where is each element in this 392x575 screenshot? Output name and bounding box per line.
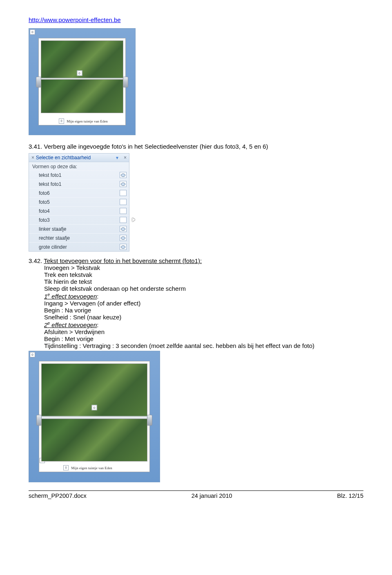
footer-center: 24 januari 2010 bbox=[192, 493, 232, 499]
illustration-frame-2: 0 0 0 0 Mijn eigen tuintje van Eden bbox=[29, 351, 160, 482]
pane-subtitle: Vormen op deze dia: bbox=[29, 162, 129, 170]
illustration-frame-1: 0 0 0 Mijn eigen tuintje van Eden bbox=[29, 28, 136, 135]
selection-item[interactable]: foto6 bbox=[29, 188, 129, 197]
selection-item[interactable]: foto3 bbox=[29, 215, 129, 224]
selection-item[interactable]: tekst foto1 bbox=[29, 170, 129, 179]
footer-right: Blz. 12/15 bbox=[337, 493, 364, 499]
slide-caption: 0 Mijn eigen tuintje van Eden bbox=[59, 118, 108, 124]
pane-title-text: Selectie en zichtbaarheid bbox=[36, 155, 91, 160]
visibility-toggle[interactable] bbox=[120, 226, 127, 232]
visibility-toggle[interactable] bbox=[120, 190, 127, 196]
footer-left: scherm_PP2007.docx bbox=[29, 493, 87, 499]
slide-photo-bottom bbox=[41, 419, 147, 461]
visibility-toggle[interactable] bbox=[120, 244, 127, 250]
slide-canvas: 0 0 0 Mijn eigen tuintje van Eden bbox=[39, 361, 150, 472]
slide-caption: 0 Mijn eigen tuintje van Eden bbox=[63, 465, 112, 470]
handle-zero: 0 bbox=[77, 70, 82, 76]
instruction-line: Begin : Met vorige bbox=[44, 335, 363, 342]
instruction-line: Invoegen > Tekstvak bbox=[44, 264, 363, 271]
pane-close-outer[interactable]: × bbox=[31, 155, 34, 160]
header-url[interactable]: http://www.powerpoint-effecten.be bbox=[29, 16, 121, 23]
selection-item[interactable]: foto5 bbox=[29, 197, 129, 206]
slide-canvas: 0 0 Mijn eigen tuintje van Eden bbox=[38, 38, 126, 125]
handle-zero: 0 bbox=[59, 118, 64, 124]
pane-options-dropdown[interactable]: ▼ bbox=[115, 156, 120, 160]
selection-item-label: rechter staafje bbox=[39, 235, 70, 241]
instruction-line: Begin : Na vorige bbox=[44, 307, 363, 314]
handle-zero: 0 bbox=[92, 405, 97, 410]
para-3-41: 3.41. Verberg alle ingevoegde foto's in … bbox=[29, 143, 363, 151]
selection-item-label: grote cilinder bbox=[39, 244, 67, 250]
instruction-line: Snelheid : Snel (naar keuze) bbox=[44, 314, 363, 321]
para-3-42-title: 3.42. Tekst toevoegen voor foto in het b… bbox=[29, 257, 363, 264]
selection-item[interactable]: grote cilinder bbox=[29, 242, 129, 251]
handle-zero: 0 bbox=[30, 29, 35, 35]
selection-item-label: linker staafje bbox=[39, 226, 66, 232]
visibility-toggle[interactable] bbox=[120, 172, 127, 178]
visibility-toggle[interactable] bbox=[120, 235, 127, 241]
effect1-label: 1e effect toevoegen: bbox=[44, 292, 363, 300]
instruction-line: Tijdinstelling : Vertraging : 3 seconden… bbox=[44, 342, 363, 349]
effect2-label: 2e effect toevoegen: bbox=[44, 321, 363, 328]
selection-item-label: foto5 bbox=[39, 199, 50, 205]
selection-item-label: tekst foto1 bbox=[39, 181, 61, 187]
selection-item[interactable]: linker staafje bbox=[29, 224, 129, 233]
instruction-line: Ingang > Vervagen (of ander effect) bbox=[44, 300, 363, 307]
visibility-toggle[interactable] bbox=[120, 208, 127, 214]
selection-item-label: foto6 bbox=[39, 190, 50, 196]
handle-zero: 0 bbox=[30, 352, 35, 357]
selection-item-label: foto3 bbox=[39, 217, 50, 223]
instruction-line: Afsluiten > Verdwijnen bbox=[44, 328, 363, 335]
selection-item-label: foto4 bbox=[39, 208, 50, 214]
page-footer: scherm_PP2007.docx 24 januari 2010 Blz. … bbox=[29, 490, 363, 499]
visibility-toggle[interactable] bbox=[120, 181, 127, 187]
selection-pane-title: × Selectie en zichtbaarheid ▼ × bbox=[29, 154, 129, 162]
visibility-toggle[interactable] bbox=[120, 217, 127, 223]
instruction-line: Tik hierin de tekst bbox=[44, 278, 363, 285]
instruction-line: Trek een tekstvak bbox=[44, 271, 363, 278]
selection-item[interactable]: rechter staafje bbox=[29, 233, 129, 242]
selection-pane: × Selectie en zichtbaarheid ▼ × Vormen o… bbox=[29, 153, 129, 252]
selection-item[interactable]: foto4 bbox=[29, 206, 129, 215]
handle-zero: 0 bbox=[63, 465, 69, 470]
selection-item-label: tekst foto1 bbox=[39, 172, 61, 178]
instruction-line: Sleep dit tekstvak onderaan op het onder… bbox=[44, 285, 363, 292]
selection-item[interactable]: tekst foto1 bbox=[29, 179, 129, 188]
visibility-toggle[interactable] bbox=[120, 199, 127, 205]
pane-close-inner[interactable]: × bbox=[124, 155, 127, 160]
slide-photo-bottom bbox=[41, 79, 123, 113]
